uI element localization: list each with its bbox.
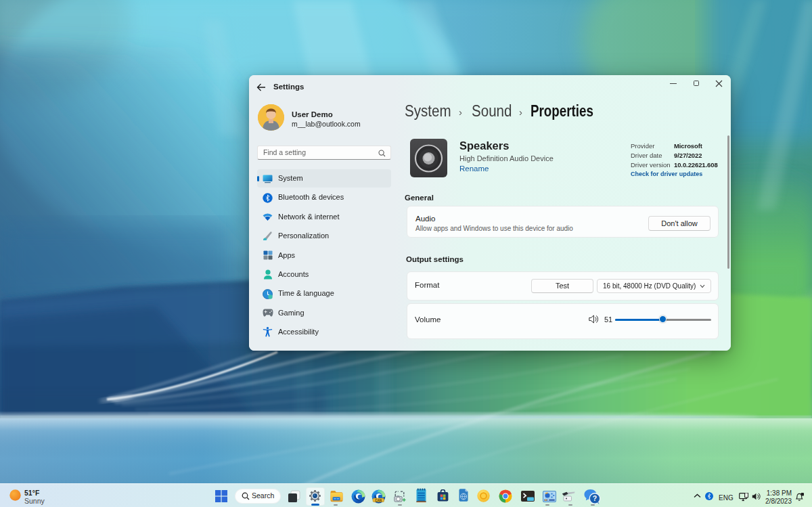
svg-text:CAN: CAN: [375, 499, 382, 502]
svg-text:?: ?: [593, 494, 597, 502]
